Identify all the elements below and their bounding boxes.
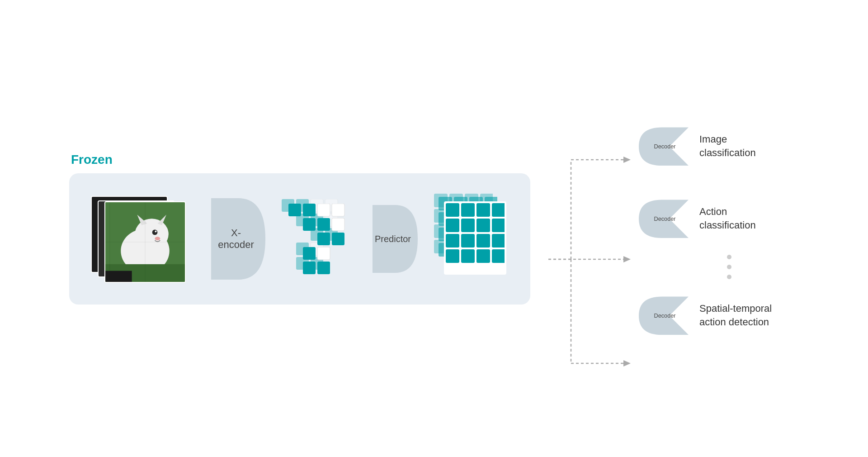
svg-rect-31 (317, 218, 330, 231)
svg-rect-36 (317, 247, 330, 260)
svg-rect-74 (492, 203, 505, 217)
svg-rect-30 (303, 218, 316, 231)
svg-rect-29 (332, 204, 344, 216)
svg-point-6 (155, 231, 157, 233)
svg-rect-37 (303, 262, 316, 274)
output-token-grid-stack (434, 191, 509, 286)
dot-3 (727, 275, 731, 279)
dot-2 (727, 265, 731, 269)
dot-1 (727, 255, 731, 259)
input-token-grid-stack (282, 194, 352, 284)
x-encoder-label: X-encoder (213, 227, 259, 251)
main-layout: Frozen (69, 119, 799, 338)
output-token-front (444, 201, 506, 275)
svg-rect-9 (105, 271, 132, 282)
svg-rect-78 (492, 219, 505, 232)
svg-marker-90 (623, 157, 631, 163)
connector-svg (535, 105, 725, 413)
input-image-stack (91, 191, 190, 286)
svg-rect-35 (303, 247, 316, 260)
right-panel: Decoder Imageclassification Decoder Acti… (544, 119, 799, 338)
animal-illustration (105, 202, 185, 282)
svg-rect-33 (317, 233, 330, 245)
svg-rect-84 (461, 249, 475, 263)
svg-rect-80 (461, 234, 475, 248)
svg-rect-86 (492, 249, 505, 263)
image-card-main (104, 201, 186, 283)
svg-marker-95 (623, 360, 631, 367)
frozen-label: Frozen (71, 152, 113, 167)
svg-rect-85 (476, 249, 490, 263)
svg-rect-76 (461, 219, 475, 232)
frozen-section: Frozen (69, 152, 530, 305)
svg-point-5 (152, 230, 158, 235)
svg-point-2 (135, 219, 169, 249)
svg-marker-92 (623, 256, 631, 262)
token-grid-front (288, 204, 347, 280)
frozen-box: X-encoder (69, 173, 530, 305)
svg-rect-34 (332, 233, 344, 245)
svg-rect-79 (446, 234, 459, 248)
svg-rect-72 (461, 203, 475, 217)
svg-rect-83 (446, 249, 459, 263)
svg-rect-38 (317, 262, 330, 274)
svg-rect-81 (476, 234, 490, 248)
svg-rect-26 (288, 204, 301, 216)
x-encoder: X-encoder (207, 194, 265, 284)
svg-rect-75 (446, 219, 459, 232)
svg-rect-28 (317, 204, 330, 216)
svg-rect-82 (492, 234, 505, 248)
svg-rect-32 (332, 218, 344, 231)
svg-rect-73 (476, 203, 490, 217)
predictor: Predictor (368, 200, 418, 277)
diagram-container: Frozen (50, 25, 818, 432)
svg-point-7 (155, 237, 160, 240)
svg-rect-27 (303, 204, 316, 216)
svg-rect-77 (476, 219, 490, 232)
predictor-label: Predictor (373, 234, 413, 244)
svg-rect-71 (446, 203, 459, 217)
